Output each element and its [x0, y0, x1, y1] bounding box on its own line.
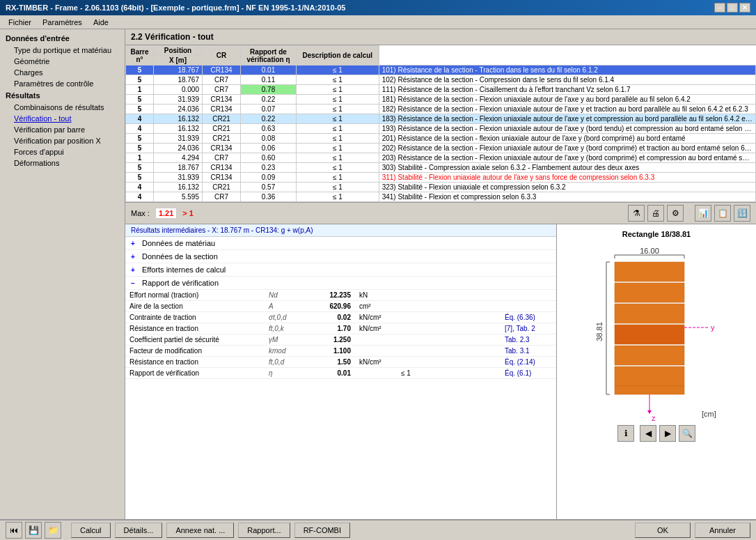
rapport-button[interactable]: Rapport...: [238, 523, 290, 538]
table-row-pos-4: 24.036: [154, 105, 203, 114]
detail-sym-2: σt,0,d: [265, 312, 306, 323]
sidebar-item-charges[interactable]: Charges: [0, 67, 125, 78]
table-row-desc-5: 183) Résistance de la section - Flexion …: [379, 114, 755, 124]
left-toolbar-icons: ⏮ 💾 📁: [6, 522, 61, 539]
table-wrapper[interactable]: Barren° Position CR Rapport devérificati…: [125, 45, 756, 202]
table-row-barre-1[interactable]: 5: [126, 75, 154, 85]
detail-sym-5: kmod: [265, 346, 306, 357]
table-row-barre-13[interactable]: 4: [126, 192, 154, 202]
toolbar-icon-1[interactable]: ⏮: [6, 522, 22, 539]
table-row-leq-3: ≤ 1: [297, 95, 379, 105]
detail-label-2: Contrainte de traction: [125, 312, 265, 323]
table-row-pos-6: 16.132: [154, 124, 203, 134]
tree-donnees-section[interactable]: + Données de la section: [125, 250, 556, 263]
icon-view1[interactable]: 📊: [695, 205, 711, 222]
svg-text:z: z: [652, 414, 656, 422]
th-rapport: Rapport devérification η: [241, 46, 297, 65]
max-label: Max :: [131, 209, 150, 217]
detail-label-5: Facteur de modification: [125, 346, 265, 357]
table-row-barre-6[interactable]: 4: [126, 124, 154, 134]
icon-view2[interactable]: 📋: [714, 205, 731, 222]
table-row-pos-13: 5.595: [154, 192, 203, 202]
tree-label-3: Efforts internes de calcul: [142, 265, 226, 274]
table-row-leq-11: ≤ 1: [297, 173, 379, 183]
detail-sym-4: γM: [265, 334, 306, 346]
table-row-leq-12: ≤ 1: [297, 183, 379, 192]
menu-parametres[interactable]: Paramètres: [37, 17, 88, 28]
calcul-button[interactable]: Calcul: [71, 523, 111, 538]
menu-aide[interactable]: Aide: [88, 17, 114, 28]
sidebar-section-resultats: Résultats: [0, 89, 125, 102]
table-row-cr-3: CR134: [203, 95, 241, 105]
sidebar-item-deformations[interactable]: Déformations: [0, 157, 125, 169]
tree-efforts[interactable]: + Efforts internes de calcul: [125, 263, 556, 277]
table-row-pos-10: 18.767: [154, 163, 203, 173]
table-row-barre-2[interactable]: 1: [126, 85, 154, 95]
sidebar-item-forces[interactable]: Forces d'appui: [0, 146, 125, 157]
sidebar-item-geometrie[interactable]: Géométrie: [0, 56, 125, 67]
table-row-pos-5: 16.132: [154, 114, 203, 124]
tree-donnees-materiau[interactable]: + Données de matériau: [125, 237, 556, 250]
cross-icon-2[interactable]: ▶: [659, 425, 676, 442]
table-row-desc-8: 202) Résistance de la section - Flexion …: [379, 144, 755, 153]
table-row-barre-8[interactable]: 5: [126, 144, 154, 153]
table-row-barre-7[interactable]: 5: [126, 134, 154, 144]
table-row-barre-9[interactable]: 1: [126, 153, 154, 163]
annuler-button[interactable]: Annuler: [695, 523, 750, 538]
info-icon[interactable]: ℹ: [617, 425, 634, 442]
table-row-barre-3[interactable]: 5: [126, 95, 154, 105]
close-button[interactable]: ✕: [739, 3, 750, 13]
table-row-pos-8: 24.036: [154, 144, 203, 153]
table-row-barre-12[interactable]: 4: [126, 183, 154, 192]
menu-fichier[interactable]: Fichier: [3, 17, 37, 28]
toolbar-icon-2[interactable]: 💾: [25, 522, 42, 539]
table-row-cr-9: CR7: [203, 153, 241, 163]
table-row-cr-1: CR7: [203, 75, 241, 85]
detail-unit-6: kN/cm²: [355, 357, 397, 368]
table-row-barre-4[interactable]: 5: [126, 105, 154, 114]
table-row-barre-5[interactable]: 4: [126, 114, 154, 124]
detail-unit-7: [355, 368, 397, 379]
svg-rect-12: [615, 346, 684, 365]
table-row-desc-12: 323) Stabilité - Flexion uniaxiale et co…: [379, 183, 755, 192]
table-row-leq-1: ≤ 1: [297, 75, 379, 85]
table-row-cr-4: CR134: [203, 105, 241, 114]
toolbar-icon-3[interactable]: 📁: [45, 522, 61, 539]
tree-rapport[interactable]: − Rapport de vérification: [125, 277, 556, 290]
cross-icon-3[interactable]: 🔍: [679, 425, 695, 442]
sidebar-item-verif-barre[interactable]: Vérification par barre: [0, 124, 125, 135]
th-x: X [m]: [154, 56, 203, 65]
sidebar-item-type[interactable]: Type du portique et matériau: [0, 45, 125, 56]
sidebar-item-verif-posX[interactable]: Vérification par position X: [0, 135, 125, 146]
table-row-desc-7: 201) Résistance de la section - flexion …: [379, 134, 755, 144]
right-buttons: OK Annuler: [635, 523, 750, 538]
rfcombi-button[interactable]: RF-COMBI: [294, 523, 350, 538]
sidebar-item-combinaisons[interactable]: Combinaisons de résultats: [0, 102, 125, 113]
table-row-barre-0[interactable]: 5: [126, 65, 154, 75]
icon-view3[interactable]: 🔢: [734, 205, 750, 222]
maximize-button[interactable]: □: [727, 3, 738, 13]
ok-button[interactable]: OK: [635, 523, 691, 538]
table-row-barre-11[interactable]: 5: [126, 173, 154, 183]
content-header: 2.2 Vérification - tout: [125, 29, 756, 45]
minimize-button[interactable]: ─: [714, 3, 725, 13]
icon-settings[interactable]: ⚙: [667, 205, 684, 222]
bottom-area: Résultats intermédiaires - X: 18.767 m -…: [125, 224, 756, 519]
table-row-leq-4: ≤ 1: [297, 105, 379, 114]
icon-export[interactable]: 🖨: [647, 205, 664, 222]
th-position-label: Position: [154, 46, 203, 56]
menu-bar: Fichier Paramètres Aide: [0, 15, 756, 29]
cross-icon-1[interactable]: ◀: [640, 425, 656, 442]
detail-ref-3: [7], Tab. 2: [501, 323, 556, 334]
sidebar-item-verif-tout[interactable]: Vérification - tout: [0, 113, 125, 124]
expand-icon-3: +: [131, 266, 139, 274]
detail-label-6: Résistance en traction: [125, 357, 265, 368]
table-row-barre-10[interactable]: 5: [126, 163, 154, 173]
details-button[interactable]: Détails...: [115, 523, 163, 538]
icon-filter[interactable]: ⚗: [628, 205, 645, 222]
th-desc: Description de calcul: [297, 46, 379, 65]
detail-unit-4: [355, 334, 397, 346]
sidebar-item-parametres[interactable]: Paramètres de contrôle: [0, 78, 125, 89]
annexe-button[interactable]: Annexe nat. ...: [166, 523, 234, 538]
content-area: 2.2 Vérification - tout Barren° Position…: [125, 29, 756, 519]
